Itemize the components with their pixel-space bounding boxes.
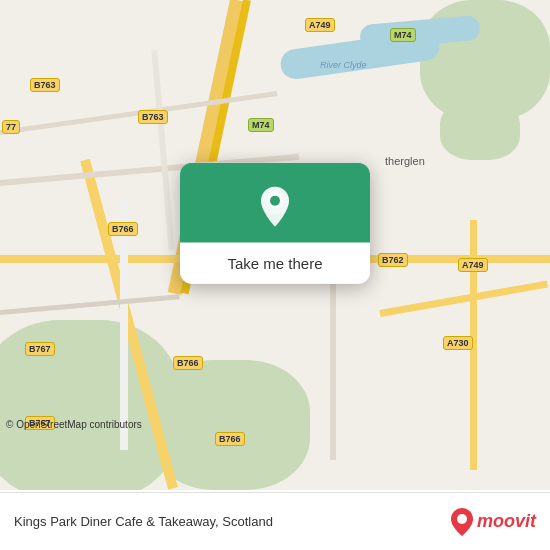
vert-road-3 [330,280,336,460]
label-b766-left: B766 [108,222,138,236]
location-pin-icon [253,183,297,227]
label-b766-lower: B766 [173,356,203,370]
label-b762-right: B762 [378,253,408,267]
svg-point-2 [270,196,280,206]
label-b766-bottom: B766 [215,432,245,446]
attribution-text: © OpenStreetMap contributors [6,419,142,430]
label-river: River Clyde [320,60,367,70]
moovit-pin-icon [451,508,473,536]
label-b763-mid: B763 [138,110,168,124]
location-popup: Take me there [180,163,370,284]
label-m74-top: M74 [390,28,416,42]
park-area-right-mid [440,100,520,160]
label-b763-left: B763 [30,78,60,92]
label-m74-mid: M74 [248,118,274,132]
label-77: 77 [2,120,20,134]
label-b767-lower: B767 [25,342,55,356]
popup-header [180,163,370,243]
vert-road-1 [120,200,128,450]
moovit-logo: moovit [451,508,536,536]
label-a730: A730 [443,336,473,350]
label-rutherglen: therglen [385,155,425,167]
bottom-bar: Kings Park Diner Cafe & Takeaway, Scotla… [0,492,550,550]
label-a749-right: A749 [458,258,488,272]
label-a749-top: A749 [305,18,335,32]
place-name: Kings Park Diner Cafe & Takeaway, Scotla… [14,514,273,529]
moovit-text: moovit [477,511,536,532]
svg-point-3 [457,514,467,524]
take-me-there-button[interactable]: Take me there [180,243,370,284]
attribution-bar: © OpenStreetMap contributors [0,417,550,432]
map-container: M74 A749 B763 B763 M74 therglen River Cl… [0,0,550,490]
